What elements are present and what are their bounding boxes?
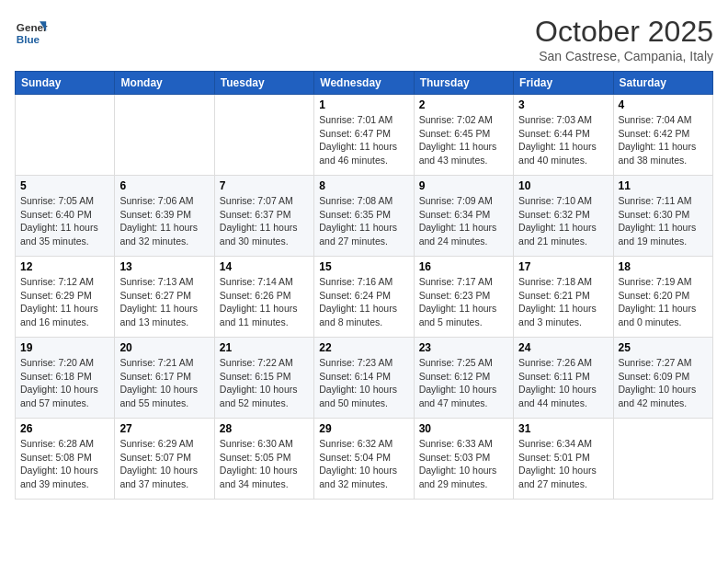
day-info: Sunrise: 7:11 AM Sunset: 6:30 PM Dayligh…: [619, 194, 708, 248]
day-number: 6: [119, 179, 209, 192]
day-number: 11: [619, 179, 708, 192]
day-number: 9: [419, 179, 508, 192]
calendar-cell: 30Sunrise: 6:33 AM Sunset: 5:03 PM Dayli…: [414, 419, 513, 500]
day-info: Sunrise: 7:23 AM Sunset: 6:14 PM Dayligh…: [319, 356, 408, 410]
weekday-header: Sunday: [16, 72, 115, 95]
calendar-cell: 20Sunrise: 7:21 AM Sunset: 6:17 PM Dayli…: [115, 338, 214, 419]
weekday-header: Saturday: [613, 72, 712, 95]
day-number: 21: [220, 341, 309, 354]
day-info: Sunrise: 7:18 AM Sunset: 6:21 PM Dayligh…: [518, 275, 608, 329]
day-number: 28: [220, 422, 309, 435]
week-row: 26Sunrise: 6:28 AM Sunset: 5:08 PM Dayli…: [16, 419, 713, 500]
day-info: Sunrise: 6:29 AM Sunset: 5:07 PM Dayligh…: [119, 437, 209, 491]
day-info: Sunrise: 6:32 AM Sunset: 5:04 PM Dayligh…: [319, 437, 408, 491]
title-block: October 2025 San Castrese, Campania, Ita…: [535, 15, 713, 63]
day-info: Sunrise: 7:27 AM Sunset: 6:09 PM Dayligh…: [619, 356, 708, 410]
day-number: 22: [319, 341, 408, 354]
day-info: Sunrise: 7:05 AM Sunset: 6:40 PM Dayligh…: [20, 194, 109, 248]
day-info: Sunrise: 7:26 AM Sunset: 6:11 PM Dayligh…: [518, 356, 608, 410]
day-number: 24: [518, 341, 608, 354]
day-number: 17: [518, 260, 608, 273]
calendar-cell: 4Sunrise: 7:04 AM Sunset: 6:42 PM Daylig…: [613, 95, 712, 176]
calendar-cell: 13Sunrise: 7:13 AM Sunset: 6:27 PM Dayli…: [115, 257, 214, 338]
day-number: 20: [119, 341, 209, 354]
day-info: Sunrise: 7:06 AM Sunset: 6:39 PM Dayligh…: [119, 194, 209, 248]
day-info: Sunrise: 7:20 AM Sunset: 6:18 PM Dayligh…: [20, 356, 109, 410]
svg-text:Blue: Blue: [17, 33, 40, 45]
day-number: 19: [20, 341, 109, 354]
day-info: Sunrise: 7:22 AM Sunset: 6:15 PM Dayligh…: [220, 356, 309, 410]
weekday-header: Thursday: [414, 72, 513, 95]
calendar-cell: 21Sunrise: 7:22 AM Sunset: 6:15 PM Dayli…: [214, 338, 313, 419]
calendar-cell: 8Sunrise: 7:08 AM Sunset: 6:35 PM Daylig…: [314, 176, 414, 257]
day-number: 29: [319, 422, 408, 435]
calendar-cell: 5Sunrise: 7:05 AM Sunset: 6:40 PM Daylig…: [16, 176, 115, 257]
day-info: Sunrise: 7:25 AM Sunset: 6:12 PM Dayligh…: [419, 356, 508, 410]
day-info: Sunrise: 6:28 AM Sunset: 5:08 PM Dayligh…: [20, 437, 109, 491]
calendar-cell: 9Sunrise: 7:09 AM Sunset: 6:34 PM Daylig…: [414, 176, 513, 257]
day-number: 2: [419, 98, 508, 111]
calendar-cell: 24Sunrise: 7:26 AM Sunset: 6:11 PM Dayli…: [514, 338, 613, 419]
calendar-cell: 28Sunrise: 6:30 AM Sunset: 5:05 PM Dayli…: [214, 419, 313, 500]
day-info: Sunrise: 7:02 AM Sunset: 6:45 PM Dayligh…: [419, 113, 508, 167]
day-info: Sunrise: 7:07 AM Sunset: 6:37 PM Dayligh…: [220, 194, 309, 248]
weekday-header: Tuesday: [214, 72, 313, 95]
calendar-cell: 2Sunrise: 7:02 AM Sunset: 6:45 PM Daylig…: [414, 95, 513, 176]
calendar-cell: 11Sunrise: 7:11 AM Sunset: 6:30 PM Dayli…: [613, 176, 712, 257]
logo-icon: General Blue: [15, 15, 48, 48]
day-info: Sunrise: 7:14 AM Sunset: 6:26 PM Dayligh…: [220, 275, 309, 329]
calendar-cell: 7Sunrise: 7:07 AM Sunset: 6:37 PM Daylig…: [214, 176, 313, 257]
calendar-table: SundayMondayTuesdayWednesdayThursdayFrid…: [15, 71, 713, 500]
calendar-cell: 1Sunrise: 7:01 AM Sunset: 6:47 PM Daylig…: [314, 95, 414, 176]
calendar-cell: 22Sunrise: 7:23 AM Sunset: 6:14 PM Dayli…: [314, 338, 414, 419]
calendar-cell: [214, 95, 313, 176]
calendar-cell: 6Sunrise: 7:06 AM Sunset: 6:39 PM Daylig…: [115, 176, 214, 257]
calendar-cell: 25Sunrise: 7:27 AM Sunset: 6:09 PM Dayli…: [613, 338, 712, 419]
day-number: 13: [119, 260, 209, 273]
weekday-header-row: SundayMondayTuesdayWednesdayThursdayFrid…: [16, 72, 713, 95]
day-number: 16: [419, 260, 508, 273]
day-number: 1: [319, 98, 408, 111]
calendar-cell: 10Sunrise: 7:10 AM Sunset: 6:32 PM Dayli…: [514, 176, 613, 257]
day-number: 25: [619, 341, 708, 354]
day-info: Sunrise: 7:08 AM Sunset: 6:35 PM Dayligh…: [319, 194, 408, 248]
day-number: 26: [20, 422, 109, 435]
weekday-header: Friday: [514, 72, 613, 95]
day-info: Sunrise: 7:12 AM Sunset: 6:29 PM Dayligh…: [20, 275, 109, 329]
calendar-cell: 17Sunrise: 7:18 AM Sunset: 6:21 PM Dayli…: [514, 257, 613, 338]
calendar-cell: 3Sunrise: 7:03 AM Sunset: 6:44 PM Daylig…: [514, 95, 613, 176]
day-info: Sunrise: 7:01 AM Sunset: 6:47 PM Dayligh…: [319, 113, 408, 167]
day-info: Sunrise: 7:09 AM Sunset: 6:34 PM Dayligh…: [419, 194, 508, 248]
calendar-cell: 18Sunrise: 7:19 AM Sunset: 6:20 PM Dayli…: [613, 257, 712, 338]
page-header: General Blue October 2025 San Castrese, …: [15, 15, 713, 63]
day-number: 10: [518, 179, 608, 192]
calendar-cell: 26Sunrise: 6:28 AM Sunset: 5:08 PM Dayli…: [16, 419, 115, 500]
day-number: 5: [20, 179, 109, 192]
calendar-cell: 16Sunrise: 7:17 AM Sunset: 6:23 PM Dayli…: [414, 257, 513, 338]
calendar-cell: 19Sunrise: 7:20 AM Sunset: 6:18 PM Dayli…: [16, 338, 115, 419]
month-title: October 2025: [535, 15, 713, 49]
calendar-cell: 12Sunrise: 7:12 AM Sunset: 6:29 PM Dayli…: [16, 257, 115, 338]
day-number: 14: [220, 260, 309, 273]
calendar-cell: 29Sunrise: 6:32 AM Sunset: 5:04 PM Dayli…: [314, 419, 414, 500]
week-row: 12Sunrise: 7:12 AM Sunset: 6:29 PM Dayli…: [16, 257, 713, 338]
calendar-cell: 15Sunrise: 7:16 AM Sunset: 6:24 PM Dayli…: [314, 257, 414, 338]
day-info: Sunrise: 7:04 AM Sunset: 6:42 PM Dayligh…: [619, 113, 708, 167]
day-number: 31: [518, 422, 608, 435]
day-number: 15: [319, 260, 408, 273]
location: San Castrese, Campania, Italy: [535, 49, 713, 63]
logo: General Blue: [15, 15, 48, 48]
day-info: Sunrise: 7:17 AM Sunset: 6:23 PM Dayligh…: [419, 275, 508, 329]
day-number: 27: [119, 422, 209, 435]
weekday-header: Monday: [115, 72, 214, 95]
calendar-cell: 14Sunrise: 7:14 AM Sunset: 6:26 PM Dayli…: [214, 257, 313, 338]
weekday-header: Wednesday: [314, 72, 414, 95]
day-info: Sunrise: 6:33 AM Sunset: 5:03 PM Dayligh…: [419, 437, 508, 491]
day-number: 30: [419, 422, 508, 435]
day-info: Sunrise: 7:19 AM Sunset: 6:20 PM Dayligh…: [619, 275, 708, 329]
day-info: Sunrise: 6:34 AM Sunset: 5:01 PM Dayligh…: [518, 437, 608, 491]
day-info: Sunrise: 7:21 AM Sunset: 6:17 PM Dayligh…: [119, 356, 209, 410]
calendar-cell: 31Sunrise: 6:34 AM Sunset: 5:01 PM Dayli…: [514, 419, 613, 500]
day-number: 4: [619, 98, 708, 111]
day-info: Sunrise: 7:10 AM Sunset: 6:32 PM Dayligh…: [518, 194, 608, 248]
